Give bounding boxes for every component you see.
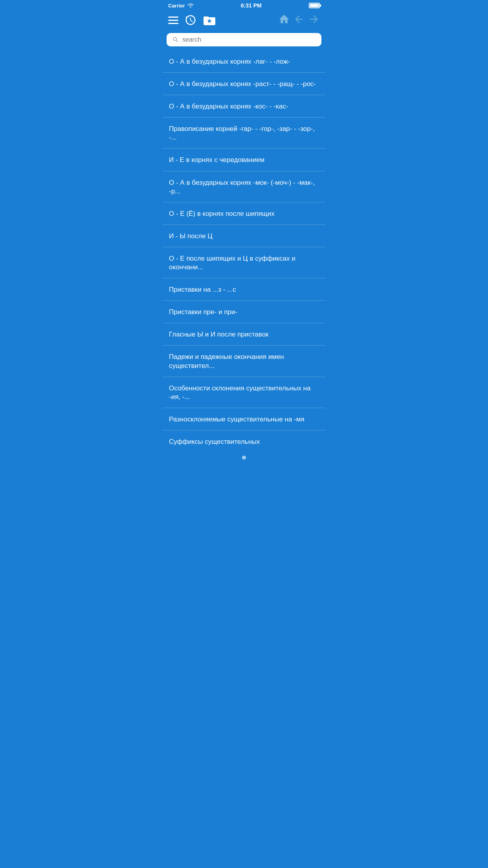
toolbar: [163, 10, 325, 31]
history-button[interactable]: [185, 14, 196, 26]
list-item[interactable]: О - А в безударных корнях -лаг- - -лож-: [163, 50, 325, 73]
home-indicator: [163, 452, 325, 464]
list-item-text: О - А в безударных корнях -мок- (-моч-) …: [169, 179, 315, 195]
toolbar-right: [278, 13, 320, 27]
list-item[interactable]: Приставки пре- и при-: [163, 301, 325, 323]
toolbar-left: [168, 14, 216, 26]
home-button[interactable]: [278, 13, 290, 27]
list-item-text: Приставки пре- и при-: [169, 308, 237, 316]
list-item-text: Гласные Ы и И после приставок: [169, 331, 269, 338]
list-item[interactable]: Разносклоняемые существительные на -мя: [163, 408, 325, 430]
status-right: [309, 3, 320, 8]
list-item[interactable]: О - А в безударных корнях -мок- (-моч-) …: [163, 171, 325, 202]
search-container: [163, 31, 325, 50]
list-item-text: Суффиксы существительных: [169, 438, 260, 445]
search-icon: [172, 36, 179, 43]
list-item[interactable]: Правописание корней -гар- - -гор-, -зар-…: [163, 118, 325, 149]
list-item-text: О - Е после шипящих и Ц в суффиксах и ок…: [169, 255, 295, 271]
list-container: О - А в безударных корнях -лаг- - -лож-О…: [163, 50, 325, 452]
list-item[interactable]: О - А в безударных корнях -раст- - -ращ-…: [163, 73, 325, 95]
list-item[interactable]: О - Е после шипящих и Ц в суффиксах и ок…: [163, 247, 325, 278]
list-item[interactable]: О - А в безударных корнях -кос- - -кас-: [163, 95, 325, 118]
bookmarks-button[interactable]: [203, 14, 216, 26]
list-item-text: Разносклоняемые существительные на -мя: [169, 416, 305, 423]
status-bar: Carrier 6:31 PM: [163, 0, 325, 10]
battery-icon: [309, 3, 320, 8]
list-item[interactable]: Особенности склонения существительных на…: [163, 377, 325, 408]
search-input[interactable]: [182, 36, 316, 43]
list-item[interactable]: Приставки на ...з - ...с: [163, 278, 325, 301]
list-item-text: Правописание корней -гар- - -гор-, -зар-…: [169, 125, 315, 141]
list-item-text: О - Е (Ё) в корнях после шипящих: [169, 210, 275, 217]
list-item[interactable]: И - Ы после Ц: [163, 225, 325, 247]
list-item-text: Приставки на ...з - ...с: [169, 286, 236, 293]
list-item-text: О - А в безударных корнях -лаг- - -лож-: [169, 58, 290, 65]
list-item-text: Особенности склонения существительных на…: [169, 384, 310, 401]
forward-button[interactable]: [308, 13, 320, 27]
menu-button[interactable]: [168, 17, 178, 24]
home-dot: [242, 456, 246, 460]
list-item-text: И - Е в корнях с чередованием: [169, 156, 264, 164]
status-left: Carrier: [168, 3, 194, 9]
list-item[interactable]: И - Е в корнях с чередованием: [163, 149, 325, 171]
back-button[interactable]: [293, 13, 305, 27]
carrier-label: Carrier: [168, 3, 185, 9]
search-bar: [167, 33, 321, 46]
status-time: 6:31 PM: [241, 2, 262, 9]
list-item[interactable]: Падежи и падежные окончания имен существ…: [163, 346, 325, 377]
list-item-text: И - Ы после Ц: [169, 232, 213, 240]
list-item[interactable]: Суффиксы существительных: [163, 430, 325, 452]
list-item-text: Падежи и падежные окончания имен существ…: [169, 353, 284, 369]
list-item-text: О - А в безударных корнях -раст- - -ращ-…: [169, 80, 316, 88]
list-item[interactable]: Гласные Ы и И после приставок: [163, 323, 325, 346]
list-item-text: О - А в безударных корнях -кос- - -кас-: [169, 103, 288, 110]
wifi-icon: [187, 3, 194, 8]
list-item[interactable]: О - Е (Ё) в корнях после шипящих: [163, 202, 325, 225]
